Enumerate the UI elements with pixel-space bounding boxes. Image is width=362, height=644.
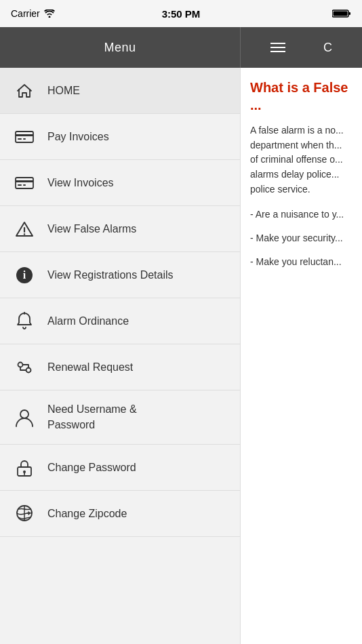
svg-rect-3 (16, 132, 33, 142)
sidebar: HOME Pay Invoices (0, 68, 241, 644)
sidebar-item-home-label: HOME (47, 85, 80, 97)
body-container: HOME Pay Invoices (0, 68, 362, 644)
status-bar-time: 3:50 PM (162, 8, 201, 20)
bell-icon (14, 312, 35, 331)
header-right-section: C (241, 27, 362, 68)
status-bar-left: Carrier (11, 8, 55, 19)
home-icon (14, 82, 35, 100)
svg-rect-8 (16, 180, 33, 182)
sidebar-item-renewal-request[interactable]: Renewal Request (0, 344, 240, 390)
header-right-label: C (323, 41, 332, 55)
sidebar-item-alarm-ordinance[interactable]: Alarm Ordinance (0, 298, 240, 344)
sidebar-item-change-password[interactable]: Change Password (0, 445, 240, 491)
svg-rect-4 (16, 134, 33, 136)
sidebar-item-alarm-ordinance-label: Alarm Ordinance (47, 315, 129, 327)
header-menu-label: Menu (104, 41, 136, 55)
status-bar: Carrier 3:50 PM (0, 0, 362, 27)
carrier-label: Carrier (11, 8, 40, 19)
svg-rect-9 (18, 184, 22, 186)
wifi-icon (44, 9, 55, 18)
view-invoices-icon (14, 176, 35, 190)
content-title: What is a False... (250, 79, 353, 114)
content-point-1: - Are a nuisance to y... (250, 207, 353, 222)
sidebar-item-need-username-password-label: Need Username &Password (47, 402, 137, 432)
svg-point-16 (18, 362, 23, 367)
sidebar-item-home[interactable]: HOME (0, 68, 240, 114)
header-menu-section: Menu (0, 27, 241, 68)
lock-icon (14, 458, 35, 477)
svg-rect-5 (18, 138, 22, 140)
sidebar-item-view-registrations[interactable]: i View Registrations Details (0, 252, 240, 298)
sidebar-item-view-false-alarms-label: View False Alarms (47, 223, 136, 235)
sidebar-item-pay-invoices-label: Pay Invoices (47, 131, 109, 143)
content-panel: What is a False... A false alarm is a no… (241, 68, 362, 644)
sidebar-item-change-password-label: Change Password (47, 462, 136, 474)
svg-rect-1 (349, 12, 351, 15)
sidebar-item-change-zipcode[interactable]: Change Zipcode (0, 491, 240, 537)
sidebar-item-view-registrations-label: View Registrations Details (47, 269, 174, 281)
header: Menu C (0, 27, 362, 68)
app-container: Menu C HOME (0, 27, 362, 644)
svg-rect-6 (23, 138, 26, 140)
location-icon (14, 504, 35, 523)
svg-point-12 (24, 233, 25, 235)
svg-rect-7 (16, 178, 33, 188)
info-icon: i (14, 266, 35, 284)
hamburger-icon[interactable] (270, 43, 285, 52)
battery-icon (332, 9, 351, 18)
pay-invoices-icon (14, 130, 35, 144)
content-point-3: - Make you reluctan... (250, 255, 353, 269)
svg-rect-2 (334, 12, 348, 16)
sidebar-item-need-username-password[interactable]: Need Username &Password (0, 390, 240, 445)
content-body: A false alarm is a no... department when… (250, 123, 353, 197)
svg-rect-10 (23, 184, 26, 186)
svg-point-17 (26, 367, 31, 372)
sidebar-item-change-zipcode-label: Change Zipcode (47, 508, 127, 520)
content-point-2: - Make your security... (250, 231, 353, 245)
warning-icon (14, 220, 35, 238)
status-bar-right (332, 9, 351, 18)
svg-point-18 (20, 410, 28, 418)
sidebar-item-view-false-alarms[interactable]: View False Alarms (0, 206, 240, 252)
sidebar-item-renewal-request-label: Renewal Request (47, 361, 133, 374)
sidebar-item-view-invoices-label: View Invoices (47, 177, 114, 189)
svg-text:i: i (23, 269, 26, 281)
user-icon (14, 408, 35, 427)
renewal-icon (14, 358, 35, 377)
sidebar-item-pay-invoices[interactable]: Pay Invoices (0, 114, 240, 160)
sidebar-item-view-invoices[interactable]: View Invoices (0, 160, 240, 206)
